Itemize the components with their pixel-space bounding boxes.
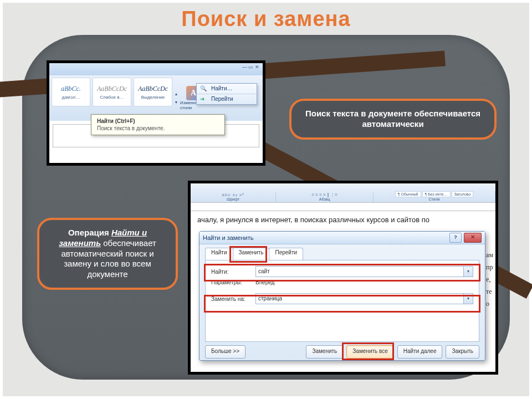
doc-text-fragment: ампре,тео xyxy=(486,249,493,310)
tab-find[interactable]: Найти xyxy=(205,248,233,260)
style-gallery-item[interactable]: AaBbCcDсСлабое в… xyxy=(93,78,131,106)
style-gallery-item[interactable]: AaBbCcDсВыделение xyxy=(134,78,172,106)
input-replace[interactable]: страница xyxy=(255,293,464,304)
label-replace: Заменить на: xyxy=(211,296,255,302)
slide: Поиск и замена — ▭ ✕ aBbCc.дзагол… AaBbC… xyxy=(0,0,532,399)
callout-right: Поиск текста в документе обеспечивается … xyxy=(289,99,497,140)
more-button[interactable]: Больше >> xyxy=(205,345,245,359)
label-params: Параметры: xyxy=(211,279,255,285)
slide-title: Поиск и замена xyxy=(3,7,529,31)
menu-item-goto[interactable]: ➜Перейти xyxy=(197,94,257,104)
replace-button[interactable]: Заменить xyxy=(306,345,343,359)
document-body[interactable]: ачалу, я ринулся в интернет, в поисках р… xyxy=(191,211,495,228)
screenshot-find-replace: abc x₂ x²Шрифт ≡ ≡ ≡ ≡ ‖ ⋮≡Абзац ¶ Обычн… xyxy=(188,181,498,374)
find-next-button[interactable]: Найти далее xyxy=(397,345,443,359)
replace-all-button[interactable]: Заменить все xyxy=(346,345,393,359)
dialog-panel: Найти:сайт▼ Параметры:Вперед Заменить на… xyxy=(205,260,479,342)
help-button[interactable]: ? xyxy=(449,233,462,243)
style-gallery-item[interactable]: aBbCc.дзагол… xyxy=(52,78,90,106)
menu-item-find[interactable]: 🔍Найти… xyxy=(197,84,257,94)
find-menu: 🔍Найти… ➜Перейти xyxy=(196,83,257,105)
tab-replace[interactable]: Заменить xyxy=(233,248,270,260)
close-button[interactable]: Закрыть xyxy=(446,345,479,359)
window-controls[interactable]: — ▭ ✕ xyxy=(49,63,263,75)
ruler[interactable] xyxy=(191,202,495,211)
input-find[interactable]: сайт xyxy=(255,266,464,277)
tab-goto[interactable]: Перейти xyxy=(269,248,303,260)
gallery-scroll[interactable]: ▲▼ xyxy=(173,78,179,119)
dialog-buttons: Больше >> Заменить Заменить все Найти да… xyxy=(205,345,479,359)
screenshot-ribbon: — ▭ ✕ aBbCc.дзагол… AaBbCcDсСлабое в… Aa… xyxy=(47,61,265,165)
find-replace-dialog: Найти и заменить ? ✕ Найти Заменить Пере… xyxy=(199,231,485,361)
label-find: Найти: xyxy=(211,269,255,275)
callout-left: Операция Найти и заменить обеспечивает а… xyxy=(37,218,178,290)
close-button[interactable]: ✕ xyxy=(464,233,482,243)
dialog-titlebar[interactable]: Найти и заменить ? ✕ xyxy=(200,232,485,244)
chevron-down-icon[interactable]: ▼ xyxy=(464,266,473,277)
dialog-tabs: Найти Заменить Перейти xyxy=(205,248,479,260)
ribbon: abc x₂ x²Шрифт ≡ ≡ ≡ ≡ ‖ ⋮≡Абзац ¶ Обычн… xyxy=(191,183,495,202)
params-value: Вперед xyxy=(255,279,274,285)
tooltip-find: Найти (Ctrl+F) Поиск текста в документе. xyxy=(91,114,225,135)
chevron-down-icon[interactable]: ▼ xyxy=(464,293,473,304)
